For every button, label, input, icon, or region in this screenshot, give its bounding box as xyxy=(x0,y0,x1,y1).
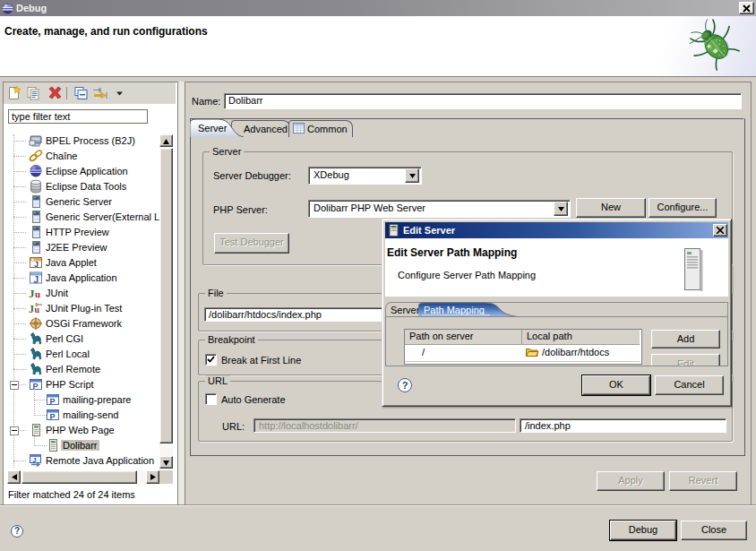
svg-text:J: J xyxy=(29,303,34,315)
svg-text:P: P xyxy=(50,397,56,406)
svg-text:P: P xyxy=(50,412,56,421)
svg-text:J: J xyxy=(34,275,39,285)
svg-text:u: u xyxy=(35,288,40,299)
svg-text:J: J xyxy=(34,260,39,269)
svg-text:u: u xyxy=(35,305,40,314)
svg-text:J: J xyxy=(29,287,35,300)
svg-text:J: J xyxy=(33,457,37,463)
